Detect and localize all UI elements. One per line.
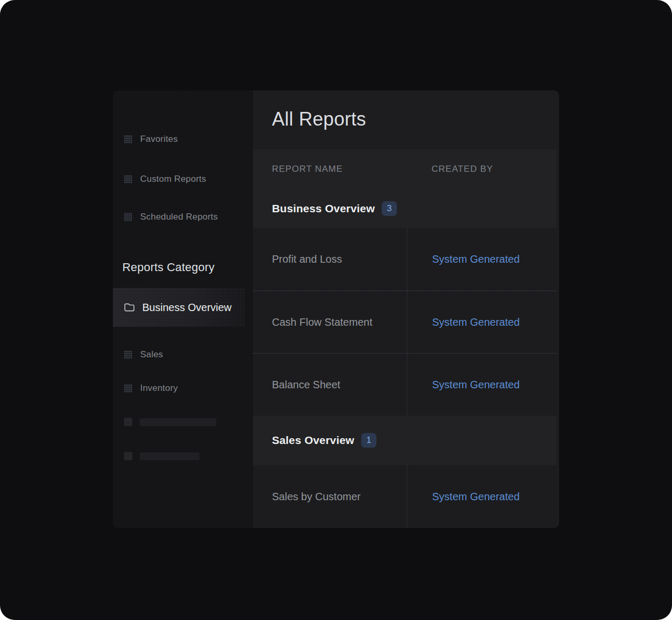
group-title: Business Overview — [272, 202, 375, 215]
table-row-profit-and-loss[interactable]: Profit and Loss System Generated — [253, 228, 556, 291]
sidebar-item-inventory[interactable]: Inventory — [124, 380, 178, 397]
sidebar-item-custom-reports[interactable]: Custom Reports — [124, 171, 206, 188]
report-name-cell[interactable]: Profit and Loss — [253, 228, 407, 291]
group-header-business-overview[interactable]: Business Overview 3 — [253, 189, 556, 228]
skeleton-icon — [124, 452, 132, 460]
reports-sidebar: Favorites Custom Reports Scheduled Repor… — [113, 90, 253, 528]
sidebar-item-label: Custom Reports — [140, 174, 206, 184]
count-badge: 3 — [382, 201, 397, 216]
count-badge: 1 — [361, 433, 376, 448]
sidebar-item-scheduled-reports[interactable]: Scheduled Reports — [124, 209, 218, 225]
sidebar-item-label: Sales — [140, 349, 163, 360]
column-header-created-by: CREATED BY — [407, 164, 556, 174]
sidebar-item-label: Inventory — [140, 383, 178, 394]
report-name-cell[interactable]: Sales by Customer — [253, 465, 407, 528]
sidebar-item-label: Favorites — [140, 134, 178, 144]
custom-reports-icon — [124, 175, 132, 183]
created-by-cell: System Generated — [407, 228, 556, 291]
group-header-sales-overview[interactable]: Sales Overview 1 — [253, 416, 556, 465]
sidebar-item-label: Business Overview — [142, 302, 232, 314]
skeleton-item — [124, 414, 216, 430]
reports-main-panel: All Reports REPORT NAME CREATED BY Busin… — [253, 90, 559, 528]
skeleton-bar — [140, 452, 200, 460]
favorites-icon — [124, 135, 132, 143]
sales-icon — [124, 350, 132, 359]
skeleton-bar — [140, 418, 216, 426]
reports-table: REPORT NAME CREATED BY Business Overview… — [253, 149, 556, 528]
inventory-icon — [124, 384, 132, 392]
scheduled-reports-icon — [124, 213, 132, 221]
table-row-cash-flow-statement[interactable]: Cash Flow Statement System Generated — [253, 291, 556, 353]
column-header-report-name: REPORT NAME — [253, 164, 407, 174]
table-row-balance-sheet[interactable]: Balance Sheet System Generated — [253, 353, 556, 416]
sidebar-item-business-overview-selected[interactable]: Business Overview — [113, 288, 245, 327]
sidebar-item-label: Scheduled Reports — [140, 212, 218, 222]
app-canvas: Favorites Custom Reports Scheduled Repor… — [0, 0, 672, 620]
reports-card: Favorites Custom Reports Scheduled Repor… — [113, 90, 559, 528]
report-name-cell[interactable]: Cash Flow Statement — [253, 291, 407, 353]
report-name-cell[interactable]: Balance Sheet — [253, 354, 407, 416]
table-row-sales-by-customer[interactable]: Sales by Customer System Generated — [253, 465, 556, 528]
created-by-cell: System Generated — [407, 465, 556, 528]
reports-category-heading: Reports Category — [122, 261, 215, 274]
sidebar-item-favorites[interactable]: Favorites — [124, 131, 178, 148]
sidebar-item-sales[interactable]: Sales — [124, 346, 163, 363]
folder-icon — [124, 303, 135, 312]
created-by-cell: System Generated — [407, 354, 556, 416]
page-title: All Reports — [272, 108, 366, 130]
table-header-row: REPORT NAME CREATED BY — [253, 149, 556, 189]
skeleton-icon — [124, 418, 132, 426]
group-title: Sales Overview — [272, 434, 354, 447]
skeleton-item — [124, 448, 200, 464]
created-by-cell: System Generated — [407, 291, 556, 353]
